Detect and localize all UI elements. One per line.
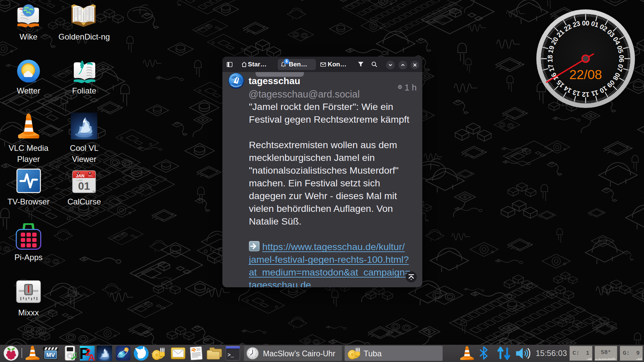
svg-text:18: 18 xyxy=(546,55,554,62)
svg-text:00: 00 xyxy=(582,19,589,27)
svg-text:MV: MV xyxy=(46,352,55,358)
svg-text:06: 06 xyxy=(618,55,625,62)
svg-text:JAN: JAN xyxy=(76,173,85,178)
svg-text:22/08: 22/08 xyxy=(569,67,602,82)
svg-text:12: 12 xyxy=(582,91,589,98)
svg-text:A: A xyxy=(88,352,95,361)
svg-text:01: 01 xyxy=(78,180,90,192)
svg-text:>_: >_ xyxy=(227,352,234,358)
